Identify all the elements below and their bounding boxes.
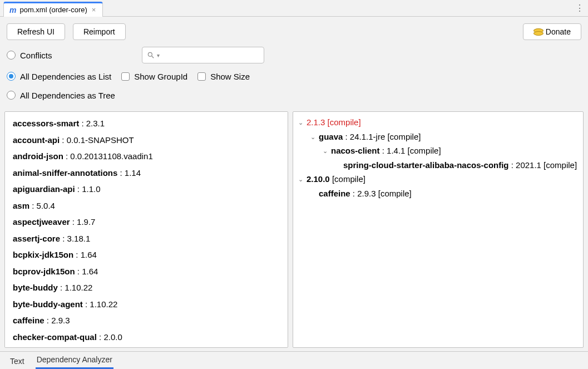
radio-all-list[interactable]: All Dependencies as List — [7, 72, 111, 81]
toolbar: Refresh UI Reimport Donate — [0, 17, 588, 46]
maven-icon: m — [9, 6, 16, 14]
close-icon[interactable]: × — [91, 6, 97, 13]
tree-row[interactable]: ⌄2.1.3 [compile] — [297, 115, 580, 130]
list-item[interactable]: android-json : 0.0.20131108.vaadin1 — [5, 148, 288, 165]
dependency-name: accessors-smart — [13, 119, 79, 128]
dependency-name: aspectjweaver — [13, 217, 70, 227]
tree-row[interactable]: ⌄nacos-client : 1.4.1 [compile] — [297, 144, 580, 158]
tree-row[interactable]: ⌄caffeine : 2.9.3 [compile] — [297, 186, 580, 201]
tab-dependency-analyzer[interactable]: Dependency Analyzer — [36, 352, 113, 369]
tree-row[interactable]: ⌄guava : 24.1.1-jre [compile] — [297, 130, 580, 144]
radio-all-tree-label: All Dependencies as Tree — [20, 91, 115, 100]
radio-all-list-label: All Dependencies as List — [20, 72, 111, 81]
donate-label: Donate — [546, 27, 571, 36]
dependency-name: bcprov-jdk15on — [13, 267, 75, 276]
search-input[interactable] — [162, 51, 259, 60]
dependency-name: account-api — [13, 135, 60, 145]
dependency-version: : 3.18.1 — [60, 234, 90, 243]
list-item[interactable]: checker-compat-qual : 2.0.0 — [5, 329, 288, 346]
donate-button[interactable]: Donate — [523, 23, 581, 40]
tree-node-label: spring-cloud-starter-alibaba-nacos-confi… — [343, 158, 577, 173]
dependency-name: apiguardian-api — [13, 184, 75, 194]
dependency-version: : 1.14 — [117, 168, 141, 178]
dependency-name: bcpkix-jdk15on — [13, 250, 73, 259]
dependency-version: : 1.1.0 — [75, 184, 101, 194]
list-item[interactable]: bcpkix-jdk15on : 1.64 — [5, 247, 288, 263]
dependency-version: : 1.10.22 — [83, 299, 118, 309]
checkbox-show-size-label: Show Size — [210, 72, 250, 81]
chevron-down-icon[interactable]: ▾ — [157, 52, 160, 58]
radio-conflicts[interactable]: Conflicts — [7, 51, 52, 60]
checkbox-show-groupid-label: Show GroupId — [134, 72, 187, 81]
list-item[interactable]: aspectjweaver : 1.9.7 — [5, 214, 288, 230]
dependency-name: asm — [13, 201, 29, 210]
radio-conflicts-label: Conflicts — [20, 51, 52, 60]
tree-node-label: nacos-client : 1.4.1 [compile] — [331, 144, 441, 158]
dependency-tree-panel[interactable]: ⌄2.1.3 [compile]⌄guava : 24.1.1-jre [com… — [293, 111, 584, 348]
dependency-version: : 1.64 — [75, 267, 98, 276]
tree-node-label: caffeine : 2.9.3 [compile] — [319, 186, 412, 201]
dependency-version: : 0.0.20131108.vaadin1 — [63, 151, 153, 161]
chevron-down-icon[interactable]: ⌄ — [309, 132, 317, 142]
search-field[interactable]: ▾ — [142, 47, 264, 63]
dependency-name: byte-buddy — [13, 283, 58, 292]
dependency-version: : 2.0.0 — [97, 332, 122, 342]
list-item[interactable]: caffeine : 2.9.3 — [5, 312, 288, 329]
svg-line-1 — [151, 56, 154, 58]
search-icon — [147, 51, 155, 59]
checkbox-show-size[interactable]: Show Size — [197, 72, 250, 81]
tree-node-label: 2.10.0 [compile] — [307, 172, 365, 186]
list-item[interactable]: apiguardian-api : 1.1.0 — [5, 181, 288, 198]
dependency-version: : 0.0.1-SNAPSHOT — [60, 135, 134, 145]
list-item[interactable]: animal-sniffer-annotations : 1.14 — [5, 165, 288, 181]
editor-tabstrip: m pom.xml (order-core) × ⋮ — [0, 0, 588, 17]
dependency-version: : 1.9.7 — [70, 217, 96, 227]
list-item[interactable]: asm : 5.0.4 — [5, 198, 288, 214]
list-item[interactable]: checker-qual : 3.19.0 — [5, 345, 288, 348]
file-tab-pom[interactable]: m pom.xml (order-core) × — [3, 2, 103, 17]
tree-node-label: 2.1.3 [compile] — [307, 115, 361, 130]
refresh-ui-button[interactable]: Refresh UI — [7, 23, 65, 40]
chevron-down-icon[interactable]: ⌄ — [297, 174, 304, 185]
tree-row[interactable]: ⌄2.10.0 [compile] — [297, 172, 580, 186]
dependency-name: caffeine — [13, 316, 45, 325]
reimport-button[interactable]: Reimport — [73, 23, 126, 40]
main-split: accessors-smart : 2.3.1account-api : 0.0… — [0, 111, 588, 351]
dependency-name: android-json — [13, 151, 63, 161]
dependency-name: byte-buddy-agent — [13, 299, 83, 309]
dependency-name: checker-compat-qual — [13, 332, 97, 342]
dependency-version: : 1.64 — [73, 250, 97, 259]
file-tab-title: pom.xml (order-core) — [19, 6, 87, 14]
more-options-icon[interactable]: ⋮ — [571, 0, 588, 16]
dependency-version: : 5.0.4 — [29, 201, 55, 210]
list-item[interactable]: byte-buddy-agent : 1.10.22 — [5, 296, 288, 313]
dependency-name: assertj-core — [13, 234, 60, 243]
dependency-list-panel[interactable]: accessors-smart : 2.3.1account-api : 0.0… — [4, 111, 288, 348]
list-item[interactable]: accessors-smart : 2.3.1 — [5, 115, 288, 132]
checkbox-show-groupid[interactable]: Show GroupId — [121, 72, 187, 81]
list-item[interactable]: bcprov-jdk15on : 1.64 — [5, 263, 288, 280]
filters-area: Conflicts ▾ All Dependencies as List Sho… — [0, 46, 588, 111]
chevron-down-icon[interactable]: ⌄ — [321, 146, 329, 156]
bottom-tabstrip: Text Dependency Analyzer — [0, 351, 588, 369]
tree-node-label: guava : 24.1.1-jre [compile] — [319, 130, 421, 144]
tree-row[interactable]: ⌄spring-cloud-starter-alibaba-nacos-conf… — [297, 158, 580, 173]
dependency-name: animal-sniffer-annotations — [13, 168, 117, 178]
list-item[interactable]: account-api : 0.0.1-SNAPSHOT — [5, 132, 288, 149]
list-item[interactable]: assertj-core : 3.18.1 — [5, 230, 288, 247]
dependency-version: : 2.9.3 — [45, 316, 70, 325]
list-item[interactable]: byte-buddy : 1.10.22 — [5, 279, 288, 296]
svg-point-0 — [148, 52, 152, 56]
dependency-version: : 2.3.1 — [79, 119, 105, 128]
radio-all-tree[interactable]: All Dependencies as Tree — [7, 91, 115, 100]
coins-icon — [533, 28, 542, 35]
tab-text[interactable]: Text — [9, 353, 26, 369]
chevron-down-icon[interactable]: ⌄ — [297, 117, 304, 128]
dependency-version: : 1.10.22 — [58, 283, 93, 292]
